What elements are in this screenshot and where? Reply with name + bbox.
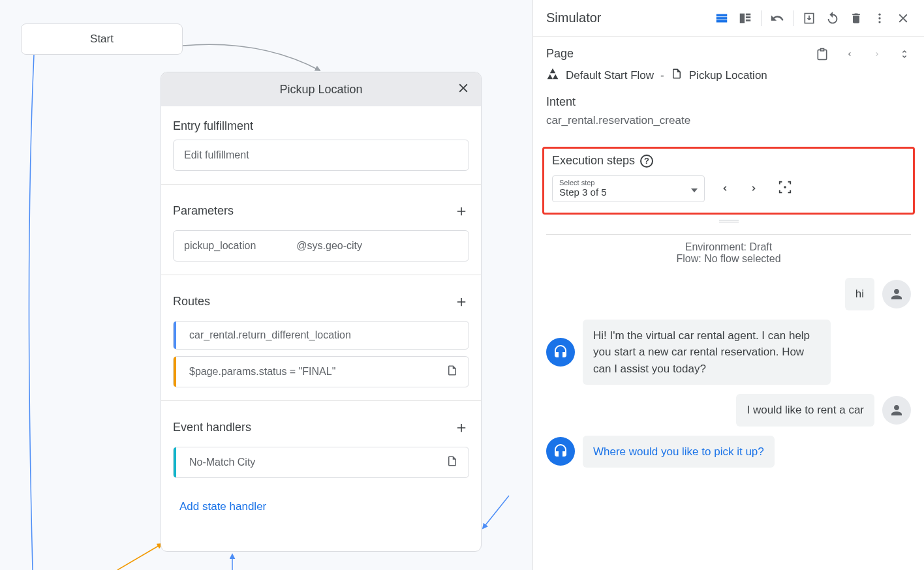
simulator-title: Simulator [546,10,714,25]
flow-line: Flow: No flow selected [546,253,911,265]
edit-fulfillment-button[interactable]: Edit fulfillment [173,140,469,171]
help-icon[interactable]: ? [640,155,653,168]
svg-point-7 [878,13,880,15]
undo-icon[interactable] [769,10,785,26]
conversation-area: Environment: Draft Flow: No flow selecte… [533,228,924,570]
message-row: Hi! I'm the virtual car rental agent. I … [546,320,911,385]
event-handlers-label: Event handlers [173,421,251,434]
svg-rect-3 [740,13,745,23]
reset-icon[interactable] [825,10,840,26]
user-message: hi [845,278,874,310]
next-page-icon[interactable] [870,48,884,61]
environment-info: Environment: Draft Flow: No flow selecte… [546,234,911,265]
simulator-panel: Simulator [532,0,924,570]
step-select-value: Step 3 of 5 [559,187,698,198]
flow-canvas[interactable]: Start Pickup Location Entry fulfillment … [0,0,522,570]
user-message: I would like to rent a car [736,394,874,427]
download-icon[interactable] [801,10,817,26]
close-simulator-icon[interactable] [895,10,911,26]
breadcrumb-page: Pickup Location [689,69,767,82]
edit-fulfillment-label: Edit fulfillment [184,149,249,161]
parameter-entity: @sys.geo-city [296,240,362,252]
message-row: I would like to rent a car [546,394,911,427]
page-breadcrumb: Default Start Flow - Pickup Location [546,67,911,83]
message-row: Where would you like to pick it up? [546,436,911,468]
breadcrumb-flow: Default Start Flow [566,69,654,82]
message-row: hi [546,278,911,310]
page-icon [446,365,458,379]
delete-icon[interactable] [848,10,864,26]
add-event-handler-button[interactable]: ＋ [454,417,469,438]
more-icon[interactable] [872,10,887,26]
environment-line: Environment: Draft [546,241,911,253]
view-mode-side-icon[interactable] [737,10,753,26]
parameter-name: pickup_location [184,240,256,252]
page-section-label: Page [546,47,574,61]
agent-avatar-icon [546,338,575,367]
focus-icon[interactable] [778,180,792,198]
route-label: $page.params.status = "FINAL" [181,366,439,378]
prev-page-icon[interactable] [843,48,856,61]
simulator-header: Simulator [533,0,924,37]
parameters-label: Parameters [173,204,234,218]
execution-steps-block: Execution steps ? Select step Step 3 of … [542,147,915,215]
add-state-handler-button[interactable]: Add state handler [173,495,469,518]
resize-handle[interactable] [533,215,924,228]
step-select-label: Select step [559,179,698,187]
dropdown-arrow-icon [691,183,698,195]
parameter-row[interactable]: pickup_location @sys.geo-city [173,230,469,262]
page-panel-header: Pickup Location [161,72,481,106]
execution-steps-label: Execution steps [552,154,635,168]
page-icon [446,455,458,470]
agent-message: Where would you like to pick it up? [583,436,775,468]
user-avatar-icon [882,396,911,425]
page-icon [671,68,683,83]
agent-message: Hi! I'm the virtual car rental agent. I … [583,320,831,385]
add-route-button[interactable]: ＋ [454,291,469,312]
page-config-panel: Pickup Location Entry fulfillment Edit f… [161,72,482,552]
flow-icon [546,67,559,83]
view-mode-split-icon[interactable] [714,10,730,26]
step-prev-button[interactable] [720,181,730,196]
svg-rect-5 [746,16,750,18]
page-panel-title: Pickup Location [279,83,362,97]
start-node-label: Start [90,33,114,46]
collapse-icon[interactable] [898,48,911,61]
svg-rect-1 [716,17,728,20]
intent-value: car_rental.reservation_create [546,114,911,127]
event-handler-label: No-Match City [181,457,439,468]
close-icon[interactable] [456,81,470,98]
user-avatar-icon [882,280,911,308]
svg-rect-2 [716,20,728,22]
svg-point-9 [878,21,880,23]
svg-rect-6 [746,19,750,21]
entry-fulfillment-label: Entry fulfillment [173,115,469,140]
start-node[interactable]: Start [21,23,183,55]
svg-point-10 [784,186,786,188]
breadcrumb-separator: - [660,69,664,82]
step-select[interactable]: Select step Step 3 of 5 [552,175,705,202]
add-parameter-button[interactable]: ＋ [454,200,469,221]
route-row[interactable]: $page.params.status = "FINAL" [173,356,469,387]
event-handler-row[interactable]: No-Match City [173,447,469,478]
svg-rect-0 [716,14,728,16]
routes-label: Routes [173,295,210,308]
route-row[interactable]: car_rental.return_different_location [173,321,469,350]
route-label: car_rental.return_different_location [181,329,458,341]
agent-avatar-icon [546,437,575,466]
intent-label: Intent [546,95,911,109]
svg-point-8 [878,17,880,19]
clipboard-icon[interactable] [816,48,829,61]
svg-rect-4 [746,13,750,15]
step-next-button[interactable] [749,181,758,196]
